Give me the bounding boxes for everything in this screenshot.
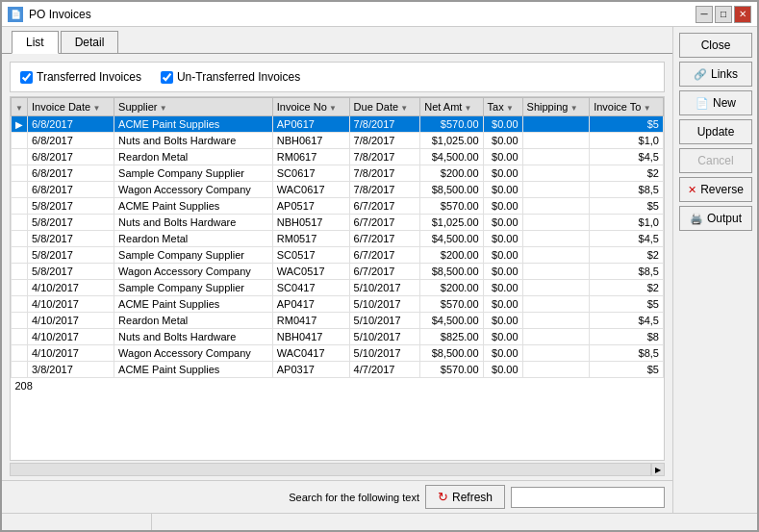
close-window-button[interactable]: ✕ <box>734 6 751 23</box>
reverse-icon: ✕ <box>688 184 696 196</box>
table-row[interactable]: 6/8/2017Sample Company SupplierSC06177/8… <box>12 165 664 182</box>
table-row[interactable]: 5/8/2017Wagon Accessory CompanyWAC05176/… <box>12 264 664 280</box>
new-button[interactable]: 📄 New <box>679 90 752 115</box>
update-label: Update <box>697 125 735 139</box>
new-label: New <box>713 96 736 110</box>
tab-bar: List Detail <box>2 27 672 54</box>
minimize-button[interactable]: ─ <box>696 6 713 23</box>
output-label: Output <box>707 212 742 225</box>
update-button[interactable]: Update <box>679 119 752 144</box>
transferred-label: Transferred Invoices <box>37 70 141 84</box>
table-row[interactable]: 6/8/2017Nuts and Bolts HardwareNBH06177/… <box>12 133 664 149</box>
refresh-button[interactable]: ↻ Refresh <box>425 485 505 509</box>
search-input[interactable] <box>511 487 665 508</box>
count-row: 208 <box>12 378 664 394</box>
links-label: Links <box>711 67 738 81</box>
links-button[interactable]: 🔗 Links <box>679 62 752 87</box>
tab-list[interactable]: List <box>12 31 59 54</box>
right-panel: Close 🔗 Links 📄 New Update Cancel ✕ Reve… <box>672 27 757 513</box>
col-due-date[interactable]: Due Date <box>349 98 420 116</box>
scrollbar-area: ▶ <box>10 463 665 476</box>
refresh-label: Refresh <box>452 491 493 504</box>
filter-bar: Transferred Invoices Un-Transferred Invo… <box>10 62 665 92</box>
invoice-table: Invoice Date Supplier Invoice No Due Dat… <box>11 97 664 393</box>
col-supplier[interactable]: Supplier <box>114 98 273 116</box>
table-body: ▶6/8/2017ACME Paint SuppliesAP06177/8/20… <box>12 116 664 394</box>
refresh-icon: ↻ <box>438 490 448 504</box>
tab-detail[interactable]: Detail <box>61 31 119 53</box>
cancel-label: Cancel <box>697 154 733 167</box>
scroll-right-button[interactable]: ▶ <box>651 463 665 476</box>
status-bar <box>2 513 757 530</box>
table-row[interactable]: 5/8/2017Nuts and Bolts HardwareNBH05176/… <box>12 215 664 231</box>
col-invoice-date[interactable]: Invoice Date <box>28 98 114 116</box>
close-label: Close <box>701 38 731 52</box>
table-row[interactable]: 3/8/2017ACME Paint SuppliesAP03174/7/201… <box>12 362 664 378</box>
output-button[interactable]: 🖨️ Output <box>679 206 752 231</box>
maximize-button[interactable]: □ <box>715 6 732 23</box>
table-row[interactable]: 6/8/2017Reardon MetalRM06177/8/2017$4,50… <box>12 149 664 165</box>
title-bar-left: 📄 PO Invoices <box>8 7 91 22</box>
bottom-bar: Search for the following text ↻ Refresh <box>2 480 672 513</box>
col-invoice-to[interactable]: Invoice To <box>590 98 664 116</box>
untransferred-label: Un-Transferred Invoices <box>177 70 300 84</box>
window-title: PO Invoices <box>29 8 91 21</box>
invoice-table-container[interactable]: Invoice Date Supplier Invoice No Due Dat… <box>10 96 665 461</box>
main-window: 📄 PO Invoices ─ □ ✕ List Detail Transfer… <box>0 0 759 532</box>
transferred-filter[interactable]: Transferred Invoices <box>20 70 141 84</box>
table-row[interactable]: 5/8/2017ACME Paint SuppliesAP05176/7/201… <box>12 198 664 215</box>
col-net-amt[interactable]: Net Amt <box>420 98 483 116</box>
search-label: Search for the following text <box>289 492 419 503</box>
table-row[interactable]: 4/10/2017ACME Paint SuppliesAP04175/10/2… <box>12 296 664 313</box>
table-header-row: Invoice Date Supplier Invoice No Due Dat… <box>12 98 664 116</box>
left-panel: List Detail Transferred Invoices Un-Tran… <box>2 27 672 513</box>
status-panel-left <box>8 514 152 530</box>
col-indicator[interactable] <box>12 98 28 116</box>
table-row[interactable]: ▶6/8/2017ACME Paint SuppliesAP06177/8/20… <box>12 116 664 133</box>
title-bar: 📄 PO Invoices ─ □ ✕ <box>2 2 757 27</box>
cancel-button[interactable]: Cancel <box>679 148 752 173</box>
new-icon: 📄 <box>696 97 709 110</box>
output-icon: 🖨️ <box>690 213 703 225</box>
table-row[interactable]: 4/10/2017Nuts and Bolts HardwareNBH04175… <box>12 329 664 345</box>
table-row[interactable]: 5/8/2017Reardon MetalRM05176/7/2017$4,50… <box>12 231 664 247</box>
table-row[interactable]: 4/10/2017Reardon MetalRM04175/10/2017$4,… <box>12 313 664 329</box>
col-invoice-no[interactable]: Invoice No <box>272 98 349 116</box>
table-row[interactable]: 6/8/2017Wagon Accessory CompanyWAC06177/… <box>12 182 664 198</box>
table-row[interactable]: 5/8/2017Sample Company SupplierSC05176/7… <box>12 247 664 264</box>
table-row[interactable]: 4/10/2017Wagon Accessory CompanyWAC04175… <box>12 345 664 362</box>
horizontal-scrollbar[interactable] <box>10 463 651 476</box>
untransferred-filter[interactable]: Un-Transferred Invoices <box>161 70 300 84</box>
window-icon: 📄 <box>8 7 23 22</box>
col-tax[interactable]: Tax <box>483 98 522 116</box>
untransferred-checkbox[interactable] <box>161 71 173 84</box>
links-icon: 🔗 <box>694 68 707 81</box>
col-shipping[interactable]: Shipping <box>522 98 590 116</box>
transferred-checkbox[interactable] <box>20 71 33 84</box>
close-button[interactable]: Close <box>679 33 752 58</box>
reverse-button[interactable]: ✕ Reverse <box>679 177 752 202</box>
table-row[interactable]: 4/10/2017Sample Company SupplierSC04175/… <box>12 280 664 296</box>
reverse-label: Reverse <box>700 183 744 196</box>
main-content: List Detail Transferred Invoices Un-Tran… <box>2 27 757 513</box>
title-controls: ─ □ ✕ <box>696 6 751 23</box>
